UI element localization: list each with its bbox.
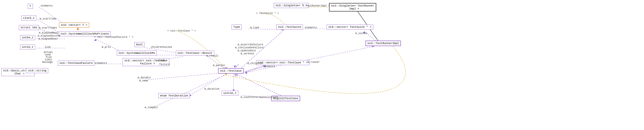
label-m-duration: m_duration [204,88,220,90]
node-std-vector-TestSuite: std::vector< TestSuite * > [327,25,373,30]
label-childrenFailed: childrenFailed [151,46,172,49]
label-message: message [42,61,53,64]
label-TestSuite-ptr: < TestSuite * > [256,12,279,15]
label-m-elapsedReal: m_elapsedReal [39,32,59,34]
label-m-elapsedUser: m_elapsedUser [38,38,58,40]
svg-line-26 [188,74,226,96]
node-std-string: std::string [26,68,48,73]
label-m-updateData: m_updateData [238,49,256,52]
svg-line-22 [244,66,266,72]
node-ns3-TestRunnerImpl[interactable]: ns3::TestRunnerImpl [365,41,401,46]
node-ns3-SystemWallClockMsPrivate: ns3::SystemWallClockMsPrivate [59,31,111,36]
node-struct-tms: struct tms [19,25,39,30]
label-TestCaseFailure-ptr: < ns3::TestCaseFailure * > [94,36,133,39]
node-enum-TestDuration: enum TestDuration [158,93,190,98]
label-m-tempDir: m_tempDir [145,106,158,109]
label-m-countInternalCollisions: m_countInternalCollisions [241,96,278,99]
svg-marker-19 [234,66,236,68]
label-m-startTimes: m_startTimes [39,27,57,29]
label-m-dataDir: m_dataDir [138,76,151,79]
label-clock: clock [157,59,165,62]
svg-line-48 [153,75,225,107]
label-m-elapsedSystem: m_elapsedSystem [38,35,60,37]
label-TestRunnerImpl-template: < TestRunnerImpl > [303,5,330,7]
node-int32_t: int32_t [20,45,35,50]
label-elements-T: elements [41,5,53,7]
label-m-priv: m_priv [102,46,111,49]
svg-marker-21 [245,71,247,74]
svg-line-47 [148,73,225,80]
label-m-assertOnFailure: m_assertOnFailure [238,43,263,46]
label-elements-tc: elements [263,65,275,68]
label-m-continueOnFailure: m_continueOnFailure [235,46,264,49]
label-m-result: m_result [206,55,219,57]
label-m-startTime: m_startTime [40,18,56,20]
svg-marker-9 [77,28,79,30]
svg-marker-11 [94,39,97,41]
node-T: T [28,4,33,9]
label-m-type: m_type [250,26,259,29]
label-elements-suite: elements [305,26,317,29]
svg-line-29 [236,74,285,98]
label-m-parent: m_parent [213,64,225,67]
node-uint32_t: uint32_t [222,91,238,96]
label-m-runner: m_runner [308,61,320,64]
node-ns3-TestCaseFailure: ns3::TestCaseFailure [58,61,94,66]
node-ns3-Singleton-TestRunnerImpl: ns3::Singleton< TestRunner Impl > [329,3,376,12]
label-m-suites: m_suites [355,32,367,35]
label-elements-vec: elements [95,62,107,65]
label-line: line [45,46,51,49]
label-failure: failure [159,63,170,66]
node-ns3-TestSuite: ns3::TestSuite [276,25,303,30]
label-m-children: m_children [247,62,262,65]
node-bool: bool [134,42,144,47]
diagram-container: T clock_t struct tms int64_t int32_t std… [0,0,644,130]
node-ns3-TestCase[interactable]: ns3::TestCase [218,68,244,74]
label-ns3-TestCase-ptr: < ns3::TestCase * > [167,30,196,32]
node-std-vector-ns3TestCase: std::vector< ns3::TestCase * > [256,60,309,65]
arrows-svg [0,0,644,130]
node-Type: Type [232,25,242,30]
node-ns3-SystemWallClockMs: ns3::SystemWallClockMs [117,51,157,56]
label-m-name: m_name [139,79,148,82]
label-m-verbose: m_verbose [241,52,254,55]
node-clock_t: clock_t [21,16,36,21]
svg-line-24 [245,46,374,73]
node-int64_t: int64_t [20,35,35,40]
svg-marker-30 [235,74,237,76]
node-std-vector-T: std::vector< T > [59,23,89,28]
